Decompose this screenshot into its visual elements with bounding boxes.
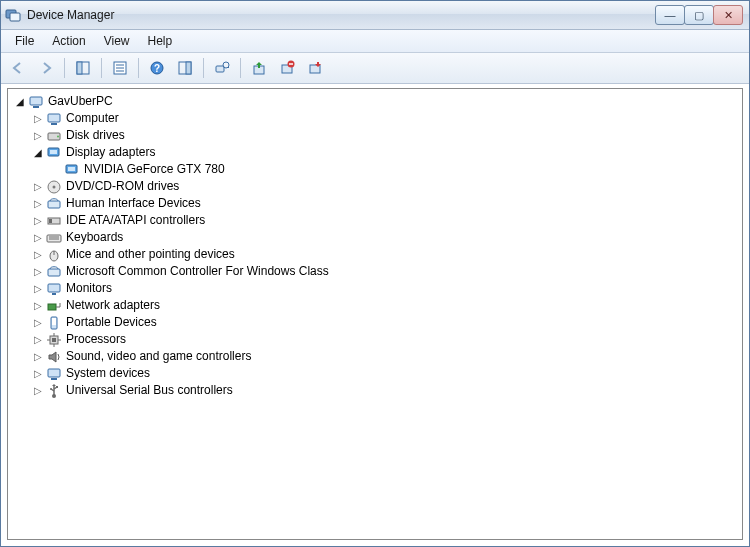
back-button[interactable] <box>5 55 31 81</box>
tree-node-mice[interactable]: ▷ Mice and other pointing devices <box>32 246 740 263</box>
usb-controller-icon <box>46 383 62 399</box>
tree-node-usb[interactable]: ▷ Universal Serial Bus controllers <box>32 382 740 399</box>
keyboard-icon <box>46 230 62 246</box>
titlebar[interactable]: Device Manager — ▢ ✕ <box>1 1 749 30</box>
device-tree-pane[interactable]: ◢ GavUberPC ▷ Computer ▷ Dis <box>7 88 743 540</box>
app-icon <box>5 7 21 23</box>
svg-rect-52 <box>48 369 60 377</box>
disable-button[interactable] <box>302 55 328 81</box>
svg-rect-53 <box>51 378 57 380</box>
svg-point-56 <box>50 388 52 390</box>
tree-node-system[interactable]: ▷ System devices <box>32 365 740 382</box>
menu-view[interactable]: View <box>96 32 138 50</box>
menu-file[interactable]: File <box>7 32 42 50</box>
svg-rect-12 <box>216 66 224 72</box>
tree-root[interactable]: ◢ GavUberPC <box>14 93 740 110</box>
svg-rect-22 <box>48 114 60 122</box>
svg-point-31 <box>53 185 56 188</box>
expander-icon[interactable]: ▷ <box>32 215 44 227</box>
display-adapter-icon <box>46 145 62 161</box>
expander-icon[interactable]: ▷ <box>32 266 44 278</box>
properties-button[interactable] <box>107 55 133 81</box>
node-label: IDE ATA/ATAPI controllers <box>66 212 205 229</box>
svg-rect-21 <box>33 106 39 108</box>
tree-node-hid[interactable]: ▷ Human Interface Devices <box>32 195 740 212</box>
update-driver-button[interactable] <box>246 55 272 81</box>
svg-text:?: ? <box>154 63 160 74</box>
tree-node-network[interactable]: ▷ Network adapters <box>32 297 740 314</box>
expander-icon[interactable]: ▷ <box>32 283 44 295</box>
expander-spacer <box>50 164 62 176</box>
node-label: Human Interface Devices <box>66 195 201 212</box>
svg-rect-41 <box>48 284 60 292</box>
monitor-icon <box>46 281 62 297</box>
node-label: Monitors <box>66 280 112 297</box>
mouse-icon <box>46 247 62 263</box>
menubar: File Action View Help <box>1 30 749 53</box>
expander-icon[interactable]: ▷ <box>32 368 44 380</box>
svg-rect-34 <box>49 219 52 223</box>
scan-hardware-button[interactable] <box>209 55 235 81</box>
expander-icon[interactable]: ▷ <box>32 334 44 346</box>
expander-icon[interactable]: ▷ <box>32 232 44 244</box>
tree-node-processors[interactable]: ▷ Processors <box>32 331 740 348</box>
svg-rect-42 <box>52 293 56 295</box>
window-title: Device Manager <box>27 8 114 22</box>
portable-device-icon <box>46 315 62 331</box>
minimize-button[interactable]: — <box>655 5 685 25</box>
expander-icon[interactable]: ◢ <box>14 96 26 108</box>
svg-rect-23 <box>51 123 57 125</box>
node-label: Processors <box>66 331 126 348</box>
menu-action[interactable]: Action <box>44 32 93 50</box>
tree-node-keyboards[interactable]: ▷ Keyboards <box>32 229 740 246</box>
expander-icon[interactable]: ▷ <box>32 351 44 363</box>
svg-point-25 <box>57 135 59 137</box>
device-tree: ◢ GavUberPC ▷ Computer ▷ Dis <box>10 93 740 399</box>
svg-rect-32 <box>48 201 60 208</box>
show-hide-console-tree-button[interactable] <box>70 55 96 81</box>
close-button[interactable]: ✕ <box>713 5 743 25</box>
tree-node-ms-controller[interactable]: ▷ Microsoft Common Controller For Window… <box>32 263 740 280</box>
tree-node-computer[interactable]: ▷ Computer <box>32 110 740 127</box>
computer-icon <box>46 111 62 127</box>
game-controller-icon <box>46 264 62 280</box>
node-label: Microsoft Common Controller For Windows … <box>66 263 329 280</box>
node-label: Display adapters <box>66 144 155 161</box>
tree-node-portable[interactable]: ▷ Portable Devices <box>32 314 740 331</box>
svg-line-14 <box>228 67 229 68</box>
svg-rect-11 <box>186 62 191 74</box>
expander-icon[interactable]: ▷ <box>32 198 44 210</box>
help-button[interactable]: ? <box>144 55 170 81</box>
uninstall-button[interactable] <box>274 55 300 81</box>
toolbar-separator <box>101 58 102 78</box>
tree-node-dvd[interactable]: ▷ DVD/CD-ROM drives <box>32 178 740 195</box>
tree-node-disk-drives[interactable]: ▷ Disk drives <box>32 127 740 144</box>
expander-icon[interactable]: ◢ <box>32 147 44 159</box>
node-label: Portable Devices <box>66 314 157 331</box>
forward-button[interactable] <box>33 55 59 81</box>
tree-node-sound[interactable]: ▷ Sound, video and game controllers <box>32 348 740 365</box>
tree-node-gpu[interactable]: NVIDIA GeForce GTX 780 <box>50 161 740 178</box>
tree-node-monitors[interactable]: ▷ Monitors <box>32 280 740 297</box>
expander-icon[interactable]: ▷ <box>32 317 44 329</box>
tree-node-display-adapters[interactable]: ◢ Display adapters <box>32 144 740 161</box>
svg-rect-47 <box>52 338 56 342</box>
maximize-button[interactable]: ▢ <box>684 5 714 25</box>
expander-icon[interactable]: ▷ <box>32 385 44 397</box>
device-manager-window: Device Manager — ▢ ✕ File Action View He… <box>0 0 750 547</box>
expander-icon[interactable]: ▷ <box>32 300 44 312</box>
computer-icon <box>28 94 44 110</box>
node-label: GavUberPC <box>48 93 113 110</box>
hid-icon <box>46 196 62 212</box>
action-pane-button[interactable] <box>172 55 198 81</box>
node-label: Computer <box>66 110 119 127</box>
node-label: Disk drives <box>66 127 125 144</box>
expander-icon[interactable]: ▷ <box>32 249 44 261</box>
menu-help[interactable]: Help <box>140 32 181 50</box>
network-adapter-icon <box>46 298 62 314</box>
toolbar: ? <box>1 53 749 84</box>
tree-node-ide[interactable]: ▷ IDE ATA/ATAPI controllers <box>32 212 740 229</box>
expander-icon[interactable]: ▷ <box>32 113 44 125</box>
expander-icon[interactable]: ▷ <box>32 130 44 142</box>
expander-icon[interactable]: ▷ <box>32 181 44 193</box>
